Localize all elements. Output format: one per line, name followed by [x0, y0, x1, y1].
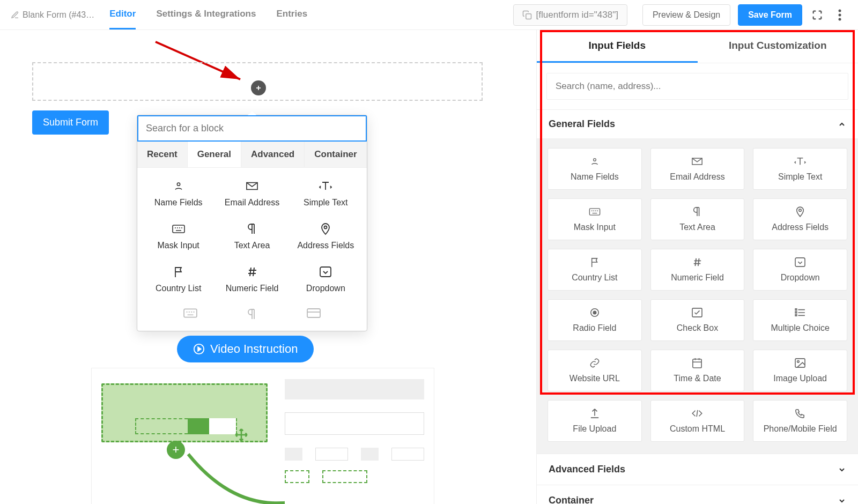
field-address[interactable]: Address Fields	[753, 198, 847, 240]
field-radio[interactable]: Radio Field	[548, 299, 642, 341]
submit-form-button[interactable]: Submit Form	[32, 110, 109, 135]
svg-point-3	[839, 18, 841, 20]
popover-grid: Name Fields Email Address Simple Text Ma…	[137, 168, 367, 305]
field-simple-text[interactable]: Simple Text	[753, 148, 847, 190]
plus-icon	[255, 84, 262, 92]
block-simple-text[interactable]: Simple Text	[291, 174, 360, 213]
popover-tabs: Recent General Advanced Container	[137, 142, 367, 168]
popover-tab-container[interactable]: Container	[305, 142, 366, 167]
svg-rect-9	[320, 267, 331, 277]
sidebar-tab-customization[interactable]: Input Customization	[698, 30, 859, 63]
radio-icon	[590, 307, 600, 318]
field-dropdown[interactable]: Dropdown	[753, 249, 847, 291]
field-email[interactable]: Email Address	[650, 148, 745, 190]
field-html[interactable]: Custom HTML	[650, 400, 745, 442]
nav-tabs: Editor Settings & Integrations Entries	[109, 0, 307, 29]
field-textarea[interactable]: Text Area	[650, 198, 745, 240]
svg-point-2	[839, 13, 841, 16]
form-title[interactable]: Blank Form (#43…	[11, 10, 94, 20]
svg-rect-17	[795, 258, 805, 266]
field-checkbox[interactable]: Check Box	[650, 299, 745, 341]
sidebar: Input Fields Input Customization General…	[536, 30, 858, 504]
block-email[interactable]: Email Address	[217, 174, 286, 213]
svg-rect-11	[307, 309, 320, 317]
field-datetime[interactable]: Time & Date	[650, 350, 745, 391]
popover-carrot	[248, 111, 256, 115]
popover-tab-recent[interactable]: Recent	[137, 142, 188, 167]
svg-point-5	[177, 183, 180, 186]
field-multichoice[interactable]: Multiple Choice	[753, 299, 847, 341]
pin-icon	[321, 223, 330, 235]
shortcode-pill[interactable]: [fluentform id="438"]	[513, 4, 627, 26]
block-numeric[interactable]: Numeric Field	[217, 260, 286, 299]
illus-plus-icon: +	[167, 441, 185, 459]
keyboard-icon	[183, 308, 197, 322]
tab-settings[interactable]: Settings & Integrations	[156, 0, 256, 29]
block-name-fields[interactable]: Name Fields	[144, 174, 213, 213]
block-search-input[interactable]	[137, 115, 367, 142]
svg-point-19	[593, 311, 596, 314]
fullscreen-icon[interactable]	[810, 8, 825, 23]
topbar-right: [fluentform id="438"] Preview & Design S…	[513, 4, 847, 26]
illus-dropzone	[101, 383, 268, 442]
field-country[interactable]: Country List	[548, 249, 642, 291]
shortcode-text: [fluentform id="438"]	[536, 10, 618, 20]
field-url[interactable]: Website URL	[548, 350, 642, 391]
more-icon[interactable]	[832, 8, 847, 23]
upload-icon	[590, 408, 600, 419]
sidebar-search-input[interactable]	[546, 73, 848, 100]
tab-entries[interactable]: Entries	[276, 0, 307, 29]
block-mask-input[interactable]: Mask Input	[144, 217, 213, 256]
section-label: General Fields	[549, 118, 615, 130]
section-label: Container	[549, 495, 594, 504]
copy-icon	[522, 10, 532, 20]
form-title-text: Blank Form (#43…	[23, 10, 94, 20]
keyboard-icon	[172, 223, 185, 235]
block-text-area[interactable]: Text Area	[217, 217, 286, 256]
popover-tab-general[interactable]: General	[188, 142, 241, 167]
add-block-button[interactable]	[251, 80, 266, 95]
text-icon	[794, 156, 806, 167]
save-button[interactable]: Save Form	[738, 4, 802, 26]
dropzone[interactable]	[32, 62, 483, 101]
field-phone[interactable]: Phone/Mobile Field	[753, 400, 847, 442]
tab-editor[interactable]: Editor	[109, 0, 136, 29]
video-instruction-button[interactable]: Video Instruction	[177, 336, 314, 362]
dropdown-icon	[795, 257, 805, 268]
text-icon	[319, 180, 332, 192]
field-file[interactable]: File Upload	[548, 400, 642, 442]
sidebar-grid: Name Fields Email Address Simple Text Ma…	[537, 148, 858, 454]
code-icon	[691, 408, 703, 419]
move-icon	[234, 428, 248, 442]
calendar-icon	[692, 358, 702, 368]
field-name[interactable]: Name Fields	[548, 148, 642, 190]
phone-icon	[795, 408, 805, 419]
sidebar-tab-input-fields[interactable]: Input Fields	[537, 30, 698, 63]
section-label: Advanced Fields	[549, 464, 625, 475]
field-numeric[interactable]: Numeric Field	[650, 249, 745, 291]
svg-rect-10	[184, 309, 197, 317]
flag-icon	[174, 265, 183, 278]
person-icon	[173, 180, 184, 192]
illustration: +	[91, 368, 434, 504]
link-icon	[589, 358, 600, 368]
field-image[interactable]: Image Upload	[753, 350, 847, 391]
check-icon	[692, 307, 702, 318]
section-container[interactable]: Container	[537, 485, 858, 504]
field-mask[interactable]: Mask Input	[548, 198, 642, 240]
svg-point-16	[799, 209, 801, 211]
block-country[interactable]: Country List	[144, 260, 213, 299]
video-instruction-label: Video Instruction	[210, 342, 298, 356]
section-advanced-fields[interactable]: Advanced Fields	[537, 454, 858, 485]
chevron-down-icon	[838, 465, 846, 474]
block-dropdown[interactable]: Dropdown	[291, 260, 360, 299]
section-general-fields[interactable]: General Fields	[537, 110, 858, 138]
topbar: Blank Form (#43… Editor Settings & Integ…	[0, 0, 858, 30]
svg-rect-0	[526, 13, 531, 19]
block-address[interactable]: Address Fields	[291, 217, 360, 256]
preview-button[interactable]: Preview & Design	[642, 4, 730, 26]
svg-rect-15	[589, 209, 600, 215]
svg-point-13	[593, 159, 596, 161]
popover-tab-advanced[interactable]: Advanced	[241, 142, 305, 167]
hash-icon	[247, 265, 257, 278]
